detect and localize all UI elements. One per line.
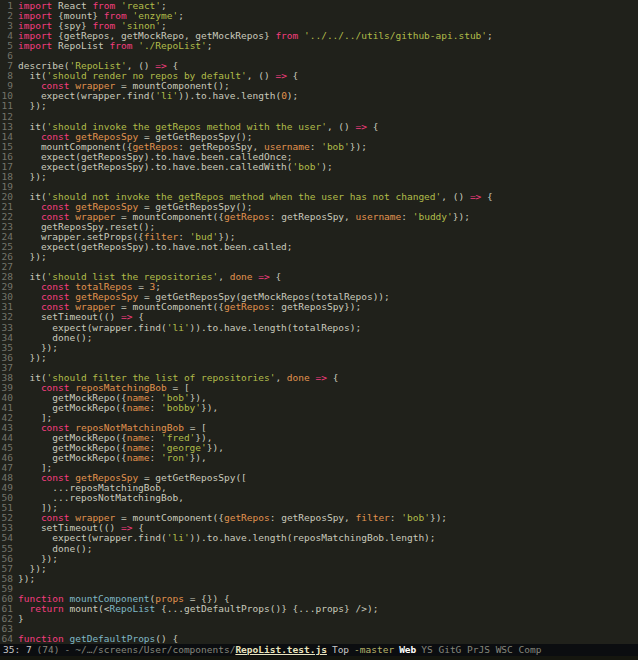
code-line[interactable]: 46 getMockRepo({name: 'ron'}), (0, 453, 638, 463)
major-mode[interactable]: Web (399, 644, 416, 656)
code-token: ); (287, 90, 298, 101)
code-text: }); (18, 352, 47, 363)
code-token: : getReposSpy, (270, 512, 356, 523)
code-text: expect(wrapper.find('li')).to.have.lengt… (18, 90, 298, 101)
code-token: }); (18, 352, 47, 363)
code-token: { (270, 271, 281, 282)
code-line[interactable]: 33 expect(wrapper.find('li')).to.have.le… (0, 323, 638, 333)
code-token: )).to.have.length(totalRepos); (190, 322, 362, 333)
code-token: { (481, 191, 492, 202)
code-token: mount(< (64, 603, 110, 614)
code-line[interactable]: 56 }); (0, 554, 638, 564)
code-token: '../../../utils/github-api.stub' (304, 30, 487, 41)
cursor-position: 35: 7 (3, 644, 32, 656)
code-token: , () (441, 191, 470, 202)
code-line[interactable]: 10 expect(wrapper.find('li')).to.have.le… (0, 91, 638, 101)
code-token: done (287, 372, 310, 383)
code-line[interactable]: 50 ...reposNotMatchingBob, (0, 493, 638, 503)
code-token: : (150, 452, 161, 463)
line-number: 64 (0, 634, 13, 644)
code-line[interactable]: 25 expect(getReposSpy).to.have.not.been.… (0, 242, 638, 252)
code-text: function getDefaultProps() { (18, 633, 178, 644)
code-token: , (275, 372, 286, 383)
code-token: }); (18, 100, 47, 111)
code-token: getRepos (224, 512, 270, 523)
code-line[interactable]: 35 }); (0, 343, 638, 353)
code-line[interactable]: 11 }); (0, 101, 638, 111)
code-line[interactable]: 5import RepoList from './RepoList'; (0, 41, 638, 51)
code-token: }), (207, 442, 224, 453)
code-line[interactable]: 41 getMockRepo({name: 'bobby'}), (0, 403, 638, 413)
code-token: }), (190, 452, 207, 463)
modified-indicator: - (65, 644, 71, 656)
code-token: getDefaultProps (70, 633, 156, 644)
code-token: { (367, 121, 378, 132)
code-token: : getReposSpy}); (270, 301, 362, 312)
code-token: filter (356, 512, 390, 523)
code-line[interactable]: 61 return mount(<RepoList {...getDefault… (0, 604, 638, 614)
code-token: 'li' (167, 532, 190, 543)
code-area[interactable]: 1import React from 'react';2import {moun… (0, 0, 638, 644)
code-token: 'ron' (161, 452, 190, 463)
code-token: }); (453, 211, 470, 222)
code-token: 'bobby' (161, 402, 201, 413)
code-token: name (127, 452, 150, 463)
minor-modes: YS GitG PrJS WSC Comp (421, 644, 541, 656)
code-line[interactable]: 17 expect(getReposSpy).to.have.been.call… (0, 162, 638, 172)
code-token: getRepos (224, 211, 270, 222)
code-line[interactable]: 26 }); (0, 252, 638, 262)
code-line[interactable]: 55 done(); (0, 544, 638, 554)
code-token: RepoList (52, 40, 109, 51)
code-token: { (287, 70, 298, 81)
code-token: => (258, 271, 269, 282)
code-line[interactable]: 57 }); (0, 564, 638, 574)
code-line[interactable]: 54 expect(wrapper.find('li')).to.have.le… (0, 533, 638, 543)
code-token: ); (321, 161, 332, 172)
code-token: 'bob' (401, 512, 430, 523)
code-line[interactable]: 34 done(); (0, 333, 638, 343)
code-text: } (18, 613, 24, 624)
code-token: username (356, 211, 402, 222)
code-text: return mount(<RepoList {...getDefaultPro… (18, 603, 378, 614)
line-number: 32 (0, 312, 13, 322)
code-token: 'li' (155, 90, 178, 101)
code-line[interactable]: 18 }); (0, 172, 638, 182)
file-name: RepoList.test.js (235, 644, 327, 656)
code-line[interactable]: 62} (0, 614, 638, 624)
code-token: }); (350, 141, 367, 152)
code-token: './RepoList' (138, 40, 207, 51)
code-token: }); (18, 251, 47, 262)
code-token: 'bob' (293, 161, 322, 172)
code-text: }); (18, 573, 35, 584)
code-token: ; (207, 40, 213, 51)
code-text: }); (18, 100, 47, 111)
code-token: from (275, 30, 298, 41)
code-token: )).to.have.length( (178, 90, 281, 101)
code-token: : (310, 141, 321, 152)
code-token: => (470, 191, 481, 202)
code-token: , () (247, 70, 276, 81)
code-token: done (230, 271, 253, 282)
code-line[interactable]: 36 }); (0, 353, 638, 363)
git-branch[interactable]: -master (354, 644, 394, 656)
code-token: function (18, 633, 64, 644)
code-text: expect(getReposSpy).to.have.not.been.cal… (18, 241, 293, 252)
scroll-position: Top (332, 644, 349, 656)
code-token: { (327, 372, 338, 383)
line-number: 11 (0, 101, 13, 111)
code-token: => (275, 70, 286, 81)
code-token: , () (327, 121, 356, 132)
code-line[interactable]: 58}); (0, 574, 638, 584)
code-token: import (18, 40, 52, 51)
code-token: 'li' (167, 322, 190, 333)
minibuffer[interactable] (0, 656, 638, 660)
code-token: } (18, 613, 24, 624)
code-token: getRepos (224, 301, 270, 312)
code-token: name (127, 402, 150, 413)
code-token: }); (18, 573, 35, 584)
code-token: : (150, 402, 161, 413)
code-token: {...getDefaultProps()} {...props} />); (155, 603, 378, 614)
modeline: 35: 7 (74) - ~/…/screens/User/components… (0, 644, 638, 656)
code-line[interactable]: 64function getDefaultProps() { (0, 634, 638, 644)
code-token: () { (155, 633, 178, 644)
